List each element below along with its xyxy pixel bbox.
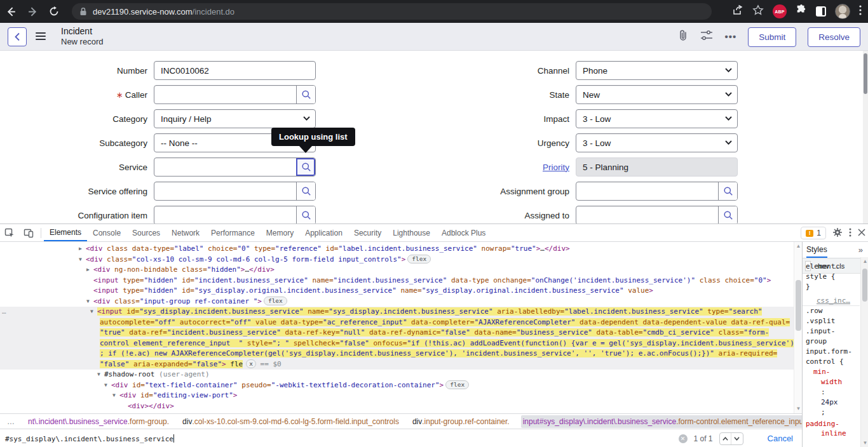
elements-tree-line-11[interactable]: "false" aria-expanded="false"> flex == $… (0, 359, 802, 370)
more-lines-ellipsis[interactable]: … (2, 307, 6, 317)
styles-scrollbar-thumb[interactable] (862, 269, 867, 302)
lookup-button-service[interactable] (296, 158, 315, 176)
field-service-input[interactable] (154, 158, 296, 176)
lookup-button-configuration-item[interactable] (296, 206, 315, 223)
sidebar-more-tabs-icon[interactable]: » (858, 245, 863, 255)
expand-arrow-closed-icon[interactable]: ▶ (86, 265, 90, 276)
devtools-menu-icon[interactable] (849, 228, 851, 239)
url-bar[interactable]: dev21190.service-now.com/incident.do (72, 3, 712, 20)
scroll-up-icon[interactable]: ▲ (794, 242, 802, 251)
scroll-down-icon[interactable]: ▼ (861, 439, 868, 447)
browser-reload-button[interactable] (43, 3, 65, 20)
priority-label-link[interactable]: Priority (543, 163, 569, 172)
breadcrumb-item-2[interactable]: div.col-xs-10.col-sm-9.col-md-6.col-lg-5… (180, 415, 401, 428)
devtools-tab-security[interactable]: Security (348, 224, 387, 241)
elements-tree-line-3[interactable]: <input type="hidden" id="incident.busine… (0, 276, 802, 286)
issues-badge[interactable]: !1 (801, 227, 826, 239)
devtools-tab-sources[interactable]: Sources (126, 224, 166, 241)
devtools-tab-memory[interactable]: Memory (261, 224, 299, 241)
expand-arrow-open-icon[interactable]: ▼ (86, 297, 90, 307)
find-previous-button[interactable] (720, 433, 731, 444)
app-back-button[interactable] (8, 27, 27, 46)
flex-badge[interactable]: flex (264, 297, 287, 305)
elements-tree-line-14[interactable]: ▼<div id="editing-view-port"> (0, 390, 802, 401)
field-channel[interactable]: Phone (576, 61, 738, 80)
browser-forward-button[interactable] (22, 3, 43, 20)
lookup-button-service-offering[interactable] (296, 182, 315, 200)
flex-badge[interactable]: flex (407, 255, 431, 264)
expand-arrow-open-icon[interactable]: ▼ (79, 255, 82, 265)
elements-tree-line-4[interactable]: <input type="hidden" id="sys_display.ori… (0, 286, 802, 297)
x-badge[interactable]: x (246, 359, 256, 368)
field-assigned-to-input[interactable] (576, 206, 718, 223)
devtools-tab-network[interactable]: Network (166, 224, 205, 241)
field-urgency[interactable]: 3 - Low (576, 133, 738, 152)
elements-tree-line-5[interactable]: ▼<div class="input-group ref-container "… (0, 297, 802, 307)
breadcrumb-item-4[interactable]: input#sys_display\.incident\.business_se… (521, 415, 802, 428)
field-category[interactable]: Inquiry / Help (154, 109, 316, 128)
lookup-button-assignment-group[interactable] (718, 182, 737, 200)
context-menu-icon[interactable] (36, 32, 46, 41)
side-panel-icon[interactable] (816, 6, 826, 17)
expand-arrow-open-icon[interactable]: ▼ (104, 380, 107, 391)
submit-button[interactable]: Submit (748, 27, 796, 47)
breadcrumb-item-0[interactable]: … (5, 415, 17, 428)
styles-scrollbar[interactable]: ▲ ▼ (860, 257, 868, 447)
page-scrollbar-thumb[interactable] (864, 53, 867, 94)
field-number[interactable]: INC0010062 (154, 61, 316, 80)
field-configuration-item-input[interactable] (154, 206, 296, 223)
lookup-button-assigned-to[interactable] (718, 206, 737, 223)
elements-tree-line-8[interactable]: "true" data-ref="incident.business_servi… (0, 328, 802, 338)
device-toolbar-icon[interactable] (19, 225, 38, 241)
extensions-puzzle-icon[interactable] (796, 4, 807, 18)
expand-arrow-open-icon[interactable]: ▼ (90, 307, 93, 317)
inspect-element-icon[interactable] (0, 225, 19, 241)
elements-tree-line-9[interactable]: control element_reference_input " style=… (0, 338, 802, 349)
tab-styles[interactable]: Styles (806, 242, 827, 258)
more-options-icon[interactable]: ••• (724, 34, 736, 40)
flex-badge[interactable]: flex (445, 380, 469, 389)
elements-tree-line-15[interactable]: <div></div> (0, 401, 802, 412)
find-clear-icon[interactable]: ✕ (679, 434, 688, 443)
personalize-form-icon[interactable] (700, 30, 713, 43)
scroll-up-icon[interactable]: ▲ (861, 257, 868, 266)
breadcrumb-item-1[interactable]: nt\.incident\.business_service.form-grou… (26, 415, 171, 428)
abp-extension-icon[interactable]: ABP (773, 4, 787, 18)
devtools-settings-gear-icon[interactable] (832, 227, 843, 239)
expand-arrow-open-icon[interactable]: ▼ (112, 390, 116, 401)
elements-tree-line-6[interactable]: …▼<input id="sys_display.incident.busine… (0, 307, 802, 317)
elements-tree-line-10[interactable]: ; if (!e.ac) new AJAXReferenceCompleter(… (0, 349, 802, 359)
profile-avatar[interactable] (835, 4, 850, 19)
share-icon[interactable] (732, 4, 743, 18)
devtools-tab-application[interactable]: Application (299, 224, 348, 241)
expand-arrow-open-icon[interactable]: ▼ (97, 370, 100, 380)
field-impact[interactable]: 3 - Low (576, 109, 738, 128)
field-assignment-group-input[interactable] (576, 182, 718, 200)
page-scrollbar[interactable] (863, 51, 868, 223)
expand-arrow-closed-icon[interactable]: ▶ (79, 244, 82, 255)
devtools-tab-performance[interactable]: Performance (205, 224, 261, 241)
elements-tree-line-2[interactable]: ▶<div ng-non-bindable class="hidden">…</… (0, 265, 802, 276)
elements-tree-line-1[interactable]: ▼<div class="col-xs-10 col-sm-9 col-md-6… (0, 255, 802, 265)
elements-tree-line-13[interactable]: ▼<div id="text-field-container" pseudo="… (0, 380, 802, 391)
elements-tree-line-7[interactable]: autocomplete="off" autocorrect="off" val… (0, 317, 802, 328)
devtools-close-icon[interactable] (858, 229, 865, 238)
lookup-button-caller[interactable] (296, 86, 315, 103)
browser-menu-icon[interactable] (859, 5, 862, 18)
elements-scrollbar-thumb[interactable] (796, 280, 801, 331)
elements-tree-line-12[interactable]: ▼#shadow-root (user-agent) (0, 370, 802, 380)
field-service-offering-input[interactable] (154, 182, 296, 200)
devtools-tab-console[interactable]: Console (87, 224, 126, 241)
bookmark-star-icon[interactable] (752, 4, 764, 18)
devtools-tab-adblock-plus[interactable]: Adblock Plus (436, 224, 491, 241)
devtools-tab-elements[interactable]: Elements (44, 224, 87, 241)
scroll-down-icon[interactable]: ▼ (794, 404, 802, 413)
field-caller-input[interactable] (154, 86, 296, 103)
field-state[interactable]: New (576, 85, 738, 104)
attachment-paperclip-icon[interactable] (677, 29, 689, 44)
browser-back-button[interactable] (0, 3, 22, 20)
find-cancel-button[interactable]: Cancel (768, 434, 793, 443)
elements-scrollbar[interactable]: ▲ ▼ (794, 242, 802, 413)
stylesheet-link[interactable]: css_inc… (817, 297, 850, 305)
find-next-button[interactable] (731, 433, 743, 444)
